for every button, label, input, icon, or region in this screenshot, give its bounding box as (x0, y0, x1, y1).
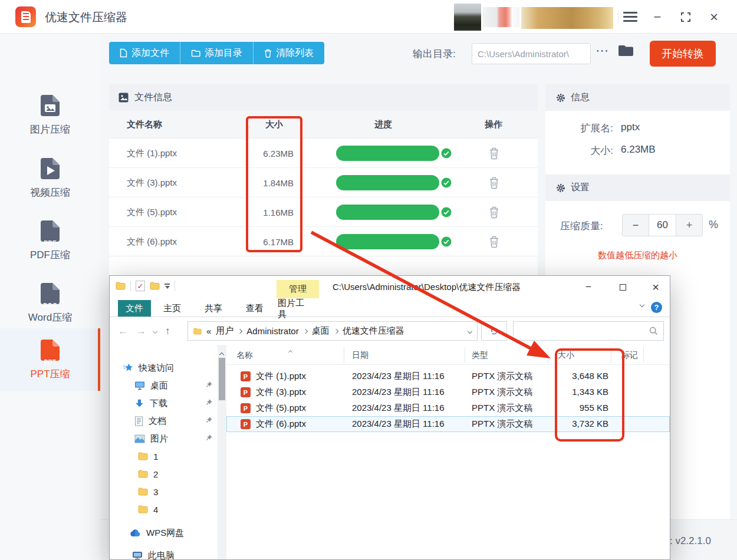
sidebar-item-word-compress[interactable]: DOC Word压缩 (0, 272, 100, 334)
col-size[interactable]: 大小 (558, 350, 574, 361)
explorer-path-title: C:\Users\Administrator\Desktop\优速文件压缩器 (333, 282, 521, 293)
output-dir-input[interactable] (472, 43, 591, 64)
menu-icon[interactable] (623, 12, 637, 22)
nav-label: WPS网盘 (146, 528, 184, 539)
nav-wps-cloud[interactable]: WPS网盘 (110, 524, 218, 542)
gear-icon (556, 93, 565, 103)
delete-file-icon[interactable] (488, 235, 500, 248)
minimize-button[interactable]: − (649, 8, 666, 26)
folder-icon[interactable] (116, 282, 126, 290)
tab-picture-tools[interactable]: 图片工具 (270, 301, 317, 317)
quality-increase-button[interactable]: + (676, 215, 702, 236)
col-name[interactable]: 名称 (236, 350, 253, 361)
qat-customize-icon[interactable] (164, 284, 170, 289)
picture-icon (134, 434, 145, 443)
file-date: 2023/4/23 星期日 11:16 (352, 419, 445, 430)
list-item[interactable]: P 文件 (1).pptx 2023/4/23 星期日 11:16 PPTX 演… (226, 368, 670, 384)
search-input[interactable] (517, 324, 644, 338)
nav-folder-3[interactable]: 3 (110, 483, 218, 500)
file-type: PPTX 演示文稿 (472, 403, 532, 414)
nav-folder-4[interactable]: 4 (110, 500, 218, 518)
sidebar-item-pdf-compress[interactable]: PDF PDF压缩 (0, 209, 100, 272)
blurred-thumbnail-image (454, 4, 481, 31)
col-date[interactable]: 日期 (352, 350, 368, 361)
explorer-title-bar: ✓ 管理 C:\Users\Administrator\Desktop\优速文件… (110, 276, 670, 298)
column-divider (643, 347, 644, 363)
list-item[interactable]: P 文件 (3).pptx 2023/4/23 星期日 11:16 PPTX 演… (226, 384, 670, 400)
breadcrumb-administrator[interactable]: Administrator (246, 326, 298, 336)
tab-home[interactable]: 主页 (156, 300, 189, 317)
help-icon[interactable]: ? (651, 302, 662, 313)
start-convert-button[interactable]: 开始转换 (650, 41, 716, 67)
tab-view[interactable]: 查看 (238, 300, 271, 317)
delete-file-icon[interactable] (488, 147, 500, 160)
explorer-nav-pane: 快速访问 桌面 下载 文档 图片 1 2 (110, 345, 218, 559)
delete-file-icon[interactable] (488, 206, 500, 219)
sidebar-item-label: 图片压缩 (0, 123, 100, 136)
list-column-headers: 名称 日期 类型 大小 标记 (226, 345, 670, 365)
address-dropdown-icon[interactable] (468, 328, 472, 333)
nav-folder-1[interactable]: 1 (110, 447, 218, 465)
open-output-folder-icon[interactable] (618, 44, 634, 57)
manage-contextual-tab[interactable]: 管理 (277, 280, 319, 298)
breadcrumb-users[interactable]: 用户 (216, 325, 233, 337)
nav-documents[interactable]: 文档 (110, 412, 218, 430)
nav-scrollbar[interactable] (218, 345, 226, 559)
add-folder-button[interactable]: 添加目录 (180, 42, 254, 64)
col-tag[interactable]: 标记 (621, 350, 638, 361)
tab-file[interactable]: 文件 (118, 300, 151, 317)
sidebar-item-label: 视频压缩 (0, 186, 100, 199)
explorer-maximize-button[interactable] (610, 276, 636, 298)
explorer-close-button[interactable]: × (643, 276, 669, 298)
sidebar-item-label: PDF压缩 (0, 248, 100, 262)
refresh-button[interactable] (481, 321, 507, 341)
add-file-button[interactable]: 添加文件 (109, 42, 180, 64)
quality-stepper: − 60 + (622, 214, 703, 236)
sidebar-item-image-compress[interactable]: 图片压缩 (0, 84, 100, 146)
tab-share[interactable]: 共享 (197, 300, 230, 317)
sidebar: 图片压缩 视频压缩 PDF PDF压缩 DOC Word压缩 PPT PPT压缩 (0, 34, 100, 560)
collapse-ribbon-icon[interactable] (640, 302, 644, 307)
file-type: PPTX 演示文稿 (472, 419, 532, 430)
nav-downloads[interactable]: 下载 (110, 394, 218, 412)
sidebar-item-ppt-compress[interactable]: PPT PPT压缩 (0, 328, 100, 391)
up-button[interactable]: ↑ (165, 325, 170, 337)
nav-desktop[interactable]: 桌面 (110, 377, 218, 394)
nav-quick-access[interactable]: 快速访问 (110, 359, 218, 377)
list-item-selected[interactable]: P 文件 (6).pptx 2023/4/23 星期日 11:16 PPTX 演… (226, 416, 670, 432)
search-box[interactable] (513, 321, 664, 341)
browse-more-button[interactable]: ⋯ (595, 43, 610, 58)
quality-value[interactable]: 60 (649, 215, 676, 236)
maximize-icon (620, 284, 626, 291)
file-size: 1.84MB (227, 177, 294, 187)
delete-file-icon[interactable] (488, 176, 500, 189)
chevron-right-icon (333, 328, 338, 333)
app-logo-icon (15, 6, 36, 27)
ext-value: pptx (621, 121, 640, 133)
scrollbar-thumb[interactable] (219, 358, 225, 400)
nav-folder-2[interactable]: 2 (110, 465, 218, 483)
nav-this-pc[interactable]: 此电脑 (110, 546, 218, 559)
qat-check-icon[interactable]: ✓ (136, 281, 145, 291)
folder-icon[interactable] (150, 282, 160, 290)
col-type[interactable]: 类型 (472, 350, 488, 361)
breadcrumb-desktop[interactable]: 桌面 (312, 325, 330, 337)
pin-icon (206, 417, 212, 423)
clear-list-button[interactable]: 清除列表 (254, 42, 324, 64)
back-button[interactable]: ← (118, 325, 128, 337)
forward-button[interactable]: → (136, 325, 146, 337)
explorer-minimize-button[interactable]: − (575, 276, 601, 298)
close-button[interactable]: × (705, 8, 723, 26)
nav-label: 图片 (150, 433, 168, 444)
table-row: 文件 (5).pptx 1.16MB (109, 197, 538, 227)
nav-pictures[interactable]: 图片 (110, 430, 218, 447)
breadcrumb-app-folder[interactable]: 优速文件压缩器 (343, 325, 404, 337)
list-item[interactable]: P 文件 (5).pptx 2023/4/23 星期日 11:16 PPTX 演… (226, 400, 670, 416)
quality-decrease-button[interactable]: − (623, 215, 649, 236)
maximize-button[interactable] (677, 8, 695, 26)
recent-locations-icon[interactable] (153, 328, 157, 333)
sidebar-item-video-compress[interactable]: 视频压缩 (0, 147, 100, 209)
file-size: 6.23MB (227, 148, 294, 158)
breadcrumb[interactable]: « 用户 Administrator 桌面 优速文件压缩器 (187, 321, 478, 341)
info-section-header: 信息 (545, 84, 730, 111)
